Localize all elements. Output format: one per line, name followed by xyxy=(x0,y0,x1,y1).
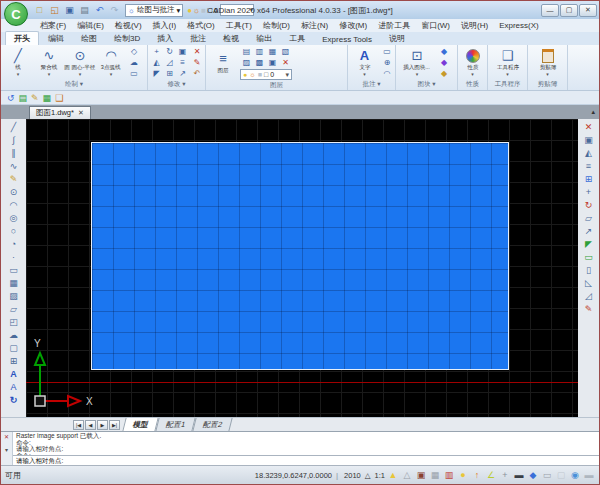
break-icon[interactable]: ▯ xyxy=(582,264,596,277)
trim-icon[interactable]: ◤ xyxy=(582,238,596,251)
rectangle-icon[interactable]: ▭ xyxy=(7,264,21,277)
layer-color-swatch[interactable]: □ xyxy=(207,6,212,15)
esnap-toggle[interactable]: ∠ xyxy=(485,469,497,481)
edit-block-button[interactable]: ◆ xyxy=(438,58,450,68)
fillet-button[interactable]: ◿ xyxy=(163,57,176,68)
quick-color-dropdown[interactable]: ▾ xyxy=(220,4,254,16)
erase-button[interactable]: ✕ xyxy=(191,47,203,57)
snap-toggle[interactable]: ▦ xyxy=(429,469,441,481)
properties-panel-caption[interactable]: 性质 xyxy=(458,80,487,90)
layer-tool-8[interactable]: ✕ xyxy=(279,57,292,68)
grid-toggle[interactable]: ▥ xyxy=(443,469,455,481)
spline-icon[interactable]: ∫ xyxy=(7,134,21,147)
model-space-toggle[interactable]: ▭ xyxy=(541,469,553,481)
line-icon[interactable]: ╱ xyxy=(7,121,21,134)
donut-icon[interactable]: ◎ xyxy=(7,212,21,225)
annotation-scale-value[interactable]: 1:1 xyxy=(375,471,385,480)
menu-advanced-tools[interactable]: 进阶工具 xyxy=(373,20,415,31)
coordinates-readout[interactable]: 18.3239,0.6247,0.0000 xyxy=(255,471,332,480)
menu-express[interactable]: Express(X) xyxy=(494,21,544,30)
create-block-button[interactable]: ◆ xyxy=(438,47,450,57)
ribbon-tab-view[interactable]: 检视 xyxy=(215,32,247,45)
annotate-panel-caption[interactable]: 批注 ▾ xyxy=(348,80,395,90)
undo-icon[interactable]: ↶ xyxy=(93,4,106,17)
menu-insert[interactable]: 插入(I) xyxy=(148,20,182,31)
solid-fill-icon[interactable]: ▨ xyxy=(7,290,21,303)
layout-prev-button[interactable]: ◀ xyxy=(85,420,96,430)
stretch-icon[interactable]: ↗ xyxy=(582,225,596,238)
modify-panel-caption[interactable]: 修改 ▾ xyxy=(148,80,205,90)
table-icon[interactable]: ⊞ xyxy=(7,355,21,368)
dyn-toggle[interactable]: ◆ xyxy=(527,469,539,481)
layer-lock-icon[interactable]: ■ xyxy=(201,6,206,15)
image-icon[interactable]: ▦ xyxy=(43,93,52,103)
ortho-toggle[interactable]: ● xyxy=(457,469,469,481)
lwt-toggle[interactable]: ▬ xyxy=(513,469,525,481)
scale-icon[interactable]: ▱ xyxy=(582,212,596,225)
exit-icon[interactable]: ❑ xyxy=(55,93,63,103)
polyline-icon[interactable]: ∿ xyxy=(7,160,21,173)
polyline-button[interactable]: ∿ 聚合线 ▾ xyxy=(34,49,64,76)
new-icon[interactable]: □ xyxy=(33,4,46,17)
explode-icon[interactable]: ✎ xyxy=(582,303,596,316)
menu-tools[interactable]: 工具(T) xyxy=(221,20,257,31)
ribbon-tab-insert[interactable]: 插入 xyxy=(149,32,181,45)
array-icon[interactable]: ⊞ xyxy=(582,173,596,186)
hatch-icon[interactable]: ▦ xyxy=(7,277,21,290)
raster-attach-icon[interactable]: ↺ xyxy=(7,93,15,103)
annotation-visibility-toggle[interactable]: ▲ xyxy=(387,469,399,481)
polygon-button[interactable]: ◇ xyxy=(128,47,140,57)
save-icon[interactable]: ▣ xyxy=(63,4,76,17)
attribute-button[interactable]: ◆ xyxy=(438,69,450,79)
linear-dim-button[interactable]: ▭ xyxy=(381,47,393,57)
clean-screen-toggle[interactable]: ▬ xyxy=(583,469,595,481)
mline-icon[interactable]: ∥ xyxy=(7,147,21,160)
layer-panel-caption[interactable]: 图层 xyxy=(206,81,347,90)
ellipse-arc-icon[interactable]: ◔ xyxy=(7,238,21,251)
tab-overflow-icon[interactable]: ▴ xyxy=(591,108,595,116)
revcloud-button[interactable]: ☁ xyxy=(128,58,140,68)
menu-dimension[interactable]: 标注(N) xyxy=(296,20,333,31)
offset-icon[interactable]: ≡ xyxy=(582,160,596,173)
ribbon-tab-annotate[interactable]: 批注 xyxy=(182,32,214,45)
layer-dropdown[interactable]: ●☼■□ 0 ▾ xyxy=(240,69,292,80)
layer-on-icon[interactable]: ● xyxy=(187,6,192,15)
utilities-panel-caption[interactable]: 工具程序 xyxy=(488,80,527,90)
explode-button[interactable]: ✎ xyxy=(191,58,203,68)
arc-icon[interactable]: ◠ xyxy=(7,199,21,212)
erase-icon[interactable]: ✕ xyxy=(582,121,596,134)
clipboard-button[interactable]: 剪贴簿 ▾ xyxy=(530,49,565,76)
view-back-icon[interactable]: ↻ xyxy=(7,394,21,407)
mirror-button[interactable]: ◭ xyxy=(150,57,163,68)
trim-button[interactable]: ◤ xyxy=(150,68,163,79)
revcloud-icon[interactable]: ☁ xyxy=(7,329,21,342)
app-logo-icon[interactable]: C xyxy=(4,2,28,26)
menu-file[interactable]: 档案(F) xyxy=(35,20,71,31)
insert-block-button[interactable]: ⊡ 插入图块... ▾ xyxy=(398,49,436,76)
ribbon-tab-home[interactable]: 开头 xyxy=(5,31,39,45)
table-import-icon[interactable]: ▤ xyxy=(19,93,28,103)
circle-button[interactable]: ⊙ 圆 圆心-半径 ▾ xyxy=(65,49,95,76)
menu-view[interactable]: 检视(V) xyxy=(110,20,147,31)
ellipse-icon[interactable]: ○ xyxy=(7,225,21,238)
maximize-button[interactable]: ▢ xyxy=(560,4,578,17)
wipeout-icon[interactable]: ▢ xyxy=(7,342,21,355)
quickprops-toggle[interactable]: ▢ xyxy=(555,469,567,481)
ribbon-tab-draw3d[interactable]: 绘制3D xyxy=(106,32,148,45)
copy-icon[interactable]: ▣ xyxy=(582,134,596,147)
center-mark-button[interactable]: ⊕ xyxy=(381,58,393,68)
offset-button[interactable]: ≡ xyxy=(176,57,189,68)
annotation-monitor-toggle[interactable]: ◉ xyxy=(569,469,581,481)
close-icon[interactable]: ✕ xyxy=(4,433,9,440)
layer-tool-6[interactable]: ▩ xyxy=(253,57,266,68)
command-input[interactable]: 请输入相对角点: xyxy=(13,455,599,465)
workspace-dropdown[interactable]: ☼ 绘图与批注 ▾ xyxy=(125,4,183,17)
array-button[interactable]: ⊞ xyxy=(163,68,176,79)
point-icon[interactable]: · xyxy=(7,251,21,264)
annotation-autoscale-toggle[interactable]: △ xyxy=(401,469,413,481)
layer-tool-1[interactable]: ▤ xyxy=(240,46,253,57)
copy-button[interactable]: ▣ xyxy=(176,46,189,57)
layout-tab-1[interactable]: 配置1 xyxy=(155,418,195,431)
properties-button[interactable]: 性质 ▾ xyxy=(460,49,485,76)
layout-tab-model[interactable]: 模型 xyxy=(122,418,158,431)
